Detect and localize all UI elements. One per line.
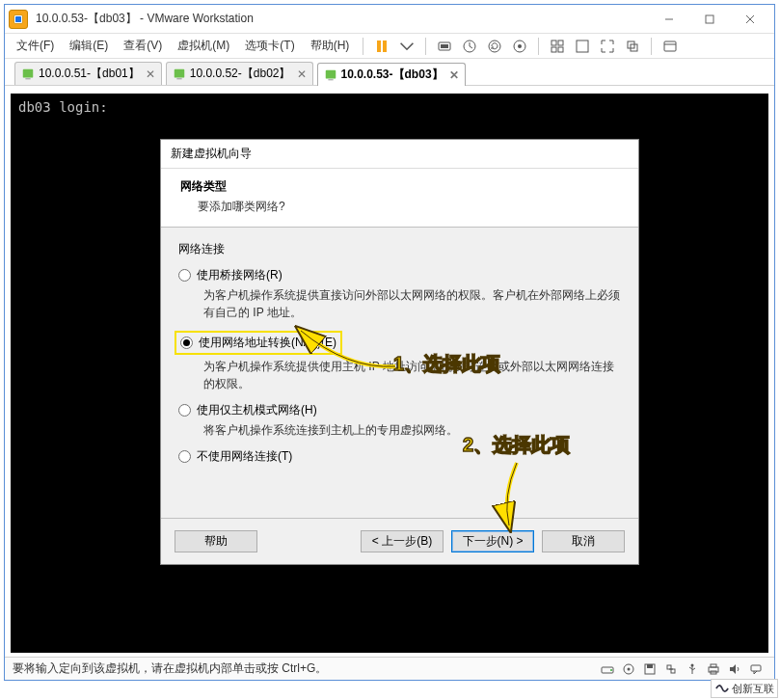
radio-icon: [178, 450, 191, 463]
svg-point-30: [610, 669, 612, 671]
svg-rect-36: [671, 669, 675, 673]
tab-close-icon[interactable]: ✕: [295, 67, 309, 81]
svg-rect-9: [441, 44, 448, 48]
menu-view[interactable]: 查看(V): [116, 35, 170, 57]
snapshot-icon[interactable]: [459, 36, 480, 57]
tab-db03[interactable]: 10.0.0.53-【db03】 ✕: [317, 63, 466, 86]
svg-rect-28: [328, 79, 333, 80]
titlebar: 10.0.0.53-【db03】 - VMware Workstation: [5, 5, 774, 34]
svg-rect-15: [558, 40, 563, 45]
radio-nat-desc: 为客户机操作系统提供使用主机 IP 地址访问主机拨号连接或外部以太网网络连接的权…: [203, 358, 621, 392]
radio-label: 使用桥接网络(R): [197, 267, 282, 283]
radio-bridged[interactable]: 使用桥接网络(R): [178, 267, 621, 283]
svg-rect-25: [175, 68, 185, 77]
statusbar: 要将输入定向到该虚拟机，请在虚拟机内部单击或按 Ctrl+G。: [5, 657, 774, 680]
svg-rect-27: [325, 69, 336, 78]
help-button[interactable]: 帮助: [175, 530, 257, 552]
menu-edit[interactable]: 编辑(E): [62, 35, 116, 57]
group-label: 网络连接: [178, 241, 621, 257]
network-icon[interactable]: [662, 660, 680, 678]
tab-db01[interactable]: 10.0.0.51-【db01】 ✕: [14, 62, 162, 85]
svg-rect-14: [551, 40, 556, 45]
vm-icon: [324, 68, 337, 82]
dialog-footer: 帮助 < 上一步(B) 下一步(N) > 取消: [161, 518, 638, 564]
library-icon[interactable]: [659, 36, 681, 57]
menubar: 文件(F) 编辑(E) 查看(V) 虚拟机(M) 选项卡(T) 帮助(H): [5, 34, 774, 59]
back-button[interactable]: < 上一步(B): [361, 530, 444, 552]
radio-none[interactable]: 不使用网络连接(T): [178, 448, 621, 465]
dialog-header-sub: 要添加哪类网络?: [198, 199, 619, 215]
hdd-icon[interactable]: [599, 660, 616, 678]
console-line: db03 login:: [18, 99, 761, 115]
pause-icon[interactable]: [371, 36, 392, 57]
dialog-header: 网络类型 要添加哪类网络?: [161, 169, 638, 228]
tab-db02[interactable]: 10.0.0.52-【db02】 ✕: [166, 62, 313, 85]
usb-icon[interactable]: [684, 660, 701, 678]
radio-nat[interactable]: 使用网络地址转换(NAT)(E): [178, 331, 621, 355]
menu-file[interactable]: 文件(F): [9, 35, 62, 57]
thumbnail-icon[interactable]: [547, 36, 568, 57]
svg-rect-41: [711, 664, 716, 667]
dialog-title: 新建虚拟机向导: [161, 140, 638, 169]
tab-label: 10.0.0.53-【db03】: [341, 67, 444, 83]
cancel-button[interactable]: 取消: [542, 530, 625, 552]
dialog-body: 网络连接 使用桥接网络(R) 为客户机操作系统提供直接访问外部以太网网络的权限。…: [161, 228, 638, 478]
vmware-app-icon: [9, 10, 28, 29]
tab-close-icon[interactable]: ✕: [447, 68, 461, 82]
unity-icon[interactable]: [622, 36, 643, 57]
svg-point-13: [518, 44, 522, 48]
tab-close-icon[interactable]: ✕: [144, 67, 157, 81]
snapshot-manager-icon[interactable]: [509, 36, 530, 57]
snapshot-revert-icon[interactable]: [484, 36, 505, 57]
maximize-button[interactable]: [689, 6, 730, 33]
svg-rect-7: [383, 40, 387, 52]
vm-icon: [173, 67, 186, 81]
message-icon[interactable]: [747, 660, 765, 678]
svg-rect-34: [647, 664, 653, 668]
radio-bridged-desc: 为客户机操作系统提供直接访问外部以太网网络的权限。客户机在外部网络上必须有自己的…: [203, 286, 621, 321]
radio-icon: [180, 337, 193, 349]
send-ctrlaltdel-icon[interactable]: [434, 36, 455, 57]
sound-icon[interactable]: [726, 660, 743, 678]
statusbar-text: 要将输入定向到该虚拟机，请在虚拟机内部单击或按 Ctrl+G。: [13, 660, 327, 677]
svg-rect-16: [551, 47, 556, 52]
svg-rect-21: [664, 41, 676, 51]
radio-icon: [178, 269, 191, 282]
dropdown-icon[interactable]: [396, 36, 417, 57]
radio-label: 不使用网络连接(T): [197, 448, 292, 465]
menu-tabs[interactable]: 选项卡(T): [237, 35, 302, 57]
radio-hostonly[interactable]: 使用仅主机模式网络(H): [178, 402, 621, 418]
svg-point-11: [489, 40, 500, 52]
radio-label: 使用网络地址转换(NAT)(E): [199, 335, 336, 351]
minimize-button[interactable]: [649, 6, 689, 33]
svg-rect-24: [25, 78, 30, 79]
radio-icon: [178, 404, 191, 417]
window-title: 10.0.0.53-【db03】 - VMware Workstation: [36, 11, 254, 27]
menu-help[interactable]: 帮助(H): [303, 35, 358, 57]
printer-icon[interactable]: [705, 660, 722, 678]
dialog-header-title: 网络类型: [180, 178, 619, 195]
tab-label: 10.0.0.51-【db01】: [39, 66, 140, 82]
svg-rect-6: [377, 40, 381, 52]
cd-icon[interactable]: [620, 660, 637, 678]
svg-rect-18: [577, 40, 588, 52]
svg-rect-26: [176, 78, 181, 79]
svg-rect-35: [667, 665, 671, 669]
svg-rect-1: [15, 16, 21, 22]
vm-icon: [21, 67, 35, 81]
floppy-icon[interactable]: [641, 660, 659, 678]
radio-label: 使用仅主机模式网络(H): [197, 402, 317, 418]
tab-label: 10.0.0.52-【db02】: [190, 66, 291, 82]
next-button[interactable]: 下一步(N) >: [451, 530, 534, 552]
watermark: 创新互联: [711, 679, 778, 698]
tabbar: 10.0.0.51-【db01】 ✕ 10.0.0.52-【db02】 ✕ 10…: [5, 59, 774, 86]
wizard-dialog: 新建虚拟机向导 网络类型 要添加哪类网络? 网络连接 使用桥接网络(R) 为客户…: [160, 139, 639, 565]
fullscreen-single-icon[interactable]: [572, 36, 593, 57]
svg-rect-43: [751, 665, 761, 671]
menu-vm[interactable]: 虚拟机(M): [170, 35, 237, 57]
radio-hostonly-desc: 将客户机操作系统连接到主机上的专用虚拟网络。: [203, 421, 621, 439]
close-button[interactable]: [730, 6, 770, 33]
svg-rect-17: [558, 47, 563, 52]
fullscreen-icon[interactable]: [597, 36, 618, 57]
watermark-text: 创新互联: [732, 682, 774, 696]
